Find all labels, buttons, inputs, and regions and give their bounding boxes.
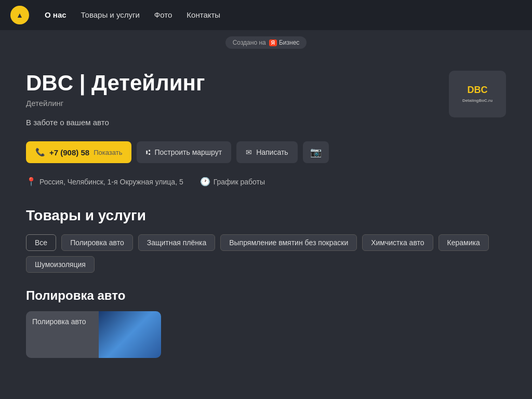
company-description: В заботе о вашем авто bbox=[26, 118, 506, 127]
product-card-label: Полировка авто bbox=[26, 311, 99, 358]
filter-dent[interactable]: Выпрямление вмятин без покраски bbox=[220, 234, 357, 251]
phone-icon: 📞 bbox=[35, 148, 45, 157]
badge-prefix: Создано на bbox=[233, 39, 266, 46]
address-text: Россия, Челябинск, 1-я Окружная улица, 5 bbox=[39, 178, 183, 186]
phone-show-label[interactable]: Показать bbox=[94, 149, 122, 156]
filter-soundproofing[interactable]: Шумоизоляция bbox=[26, 256, 95, 273]
route-label: Построить маршрут bbox=[154, 148, 222, 156]
nav-item-products[interactable]: Товары и услуги bbox=[81, 10, 140, 20]
write-button[interactable]: ✉ Написать bbox=[236, 141, 297, 163]
badge-bar: Создано на Я Бизнес bbox=[0, 30, 532, 55]
product-card-image bbox=[99, 311, 161, 358]
nav-logo-icon: ▲ bbox=[16, 11, 23, 19]
badge-brand: Я Бизнес bbox=[269, 39, 300, 46]
company-subtitle: Детейлинг bbox=[26, 99, 506, 108]
phone-button[interactable]: 📞 +7 (908) 58 Показать bbox=[26, 141, 131, 163]
address-item: 📍 Россия, Челябинск, 1-я Окружная улица,… bbox=[26, 177, 183, 187]
nav-item-about[interactable]: О нас bbox=[45, 10, 66, 20]
meta-row: 📍 Россия, Челябинск, 1-я Окружная улица,… bbox=[26, 177, 506, 187]
location-icon: 📍 bbox=[26, 177, 36, 187]
phone-number: +7 (908) 58 bbox=[49, 148, 89, 157]
logo-line2: DetaiingBoC.ru bbox=[462, 98, 493, 103]
nav-item-contacts[interactable]: Контакты bbox=[187, 10, 220, 20]
yandex-icon: Я bbox=[269, 39, 277, 46]
envelope-icon: ✉ bbox=[246, 148, 252, 156]
filter-chips: Все Полировка авто Защитная плёнка Выпря… bbox=[26, 234, 506, 273]
filter-ceramic[interactable]: Керамика bbox=[438, 234, 489, 251]
action-buttons: 📞 +7 (908) 58 Показать ⑆ Построить маршр… bbox=[26, 141, 506, 163]
company-title: DBC | Детейлинг bbox=[26, 71, 506, 96]
nav-logo[interactable]: ▲ bbox=[10, 6, 29, 24]
nav-links: О нас Товары и услуги Фото Контакты bbox=[45, 10, 220, 20]
products-section-title: Товары и услуги bbox=[26, 207, 506, 224]
product-category-title: Полировка авто bbox=[26, 288, 506, 303]
route-button[interactable]: ⑆ Построить маршрут bbox=[137, 141, 231, 163]
hours-item[interactable]: 🕐 График работы bbox=[200, 177, 265, 187]
nav-link-contacts[interactable]: Контакты bbox=[187, 10, 220, 19]
main-content: DBC DetaiingBoC.ru DBC | Детейлинг Детей… bbox=[0, 55, 532, 374]
route-icon: ⑆ bbox=[146, 148, 150, 156]
clock-icon: 🕐 bbox=[200, 177, 210, 187]
write-label: Написать bbox=[256, 148, 288, 156]
navbar: ▲ О нас Товары и услуги Фото Контакты bbox=[0, 0, 532, 30]
nav-link-products[interactable]: Товары и услуги bbox=[81, 10, 140, 19]
nav-link-about[interactable]: О нас bbox=[45, 10, 66, 19]
badge-brand-label: Бизнес bbox=[279, 39, 299, 46]
product-card-polishing: Полировка авто bbox=[26, 311, 161, 358]
created-by-badge: Создано на Я Бизнес bbox=[225, 36, 307, 49]
product-card-inner: Полировка авто bbox=[26, 311, 161, 358]
filter-film[interactable]: Защитная плёнка bbox=[138, 234, 215, 251]
instagram-button[interactable]: 📷 bbox=[303, 141, 329, 163]
nav-link-photos[interactable]: Фото bbox=[154, 10, 172, 19]
instagram-icon: 📷 bbox=[310, 147, 322, 158]
logo-line1: DBC bbox=[468, 85, 488, 96]
hours-label[interactable]: График работы bbox=[214, 178, 265, 186]
filter-all[interactable]: Все bbox=[26, 234, 56, 251]
nav-item-photos[interactable]: Фото bbox=[154, 10, 172, 20]
company-logo-box: DBC DetaiingBoC.ru bbox=[449, 71, 506, 117]
filter-drycleaning[interactable]: Химчистка авто bbox=[362, 234, 433, 251]
filter-polishing[interactable]: Полировка авто bbox=[61, 234, 133, 251]
